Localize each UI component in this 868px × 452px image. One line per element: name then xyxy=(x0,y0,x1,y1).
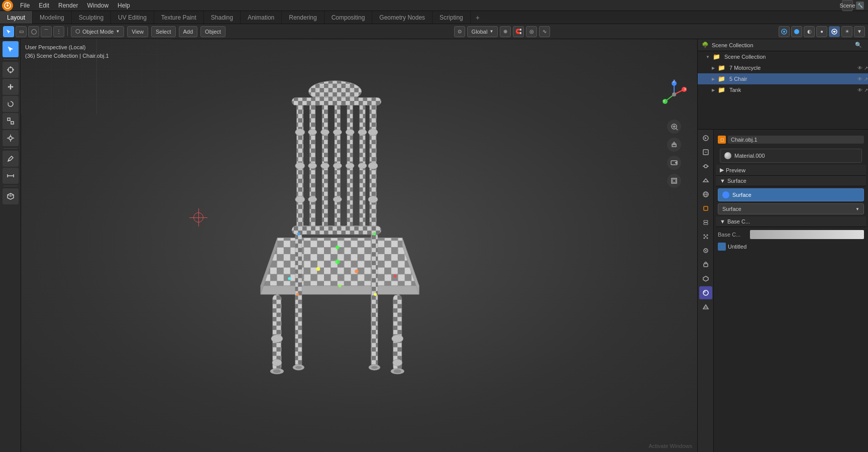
tank-label: Tank xyxy=(729,87,741,93)
tank-arrow: ▶ xyxy=(712,88,715,92)
tank-icon: 📁 xyxy=(718,86,725,93)
viewport-shading-4[interactable]: ☀ xyxy=(841,26,852,37)
prop-modifier-icon[interactable] xyxy=(699,216,712,229)
prop-world-icon[interactable] xyxy=(699,188,712,201)
tab-compositing[interactable]: Compositing xyxy=(324,11,373,24)
prop-render-icon[interactable] xyxy=(699,132,712,145)
prop-particles-icon[interactable] xyxy=(699,230,712,243)
tool-cursor[interactable] xyxy=(3,62,19,78)
tab-shading[interactable]: Shading xyxy=(204,11,241,24)
svg-rect-84 xyxy=(295,233,302,368)
prop-data-icon[interactable] xyxy=(699,272,712,285)
prop-physics-icon[interactable] xyxy=(699,244,712,257)
tool-annotate[interactable] xyxy=(3,151,19,167)
object-btn[interactable]: Object xyxy=(200,26,226,37)
surface-section-header[interactable]: ▼ Surface xyxy=(716,176,866,186)
base-color-section-header[interactable]: ▼ Base C... xyxy=(716,216,866,227)
snap-icon[interactable]: ⊙ xyxy=(454,26,465,37)
prop-material-icon[interactable] xyxy=(699,286,712,299)
prop-edit-icon[interactable]: ◎ xyxy=(526,26,537,37)
menu-window[interactable]: Window xyxy=(83,1,113,10)
tool-transform[interactable] xyxy=(3,130,19,146)
shading-icon[interactable] xyxy=(791,26,802,37)
menu-render[interactable]: Render xyxy=(54,1,82,10)
select-btn[interactable]: Select xyxy=(151,26,176,37)
render-icon[interactable]: 🔧 xyxy=(856,2,864,10)
image-texture-icon[interactable] xyxy=(718,243,726,251)
base-color-picker[interactable] xyxy=(750,230,864,239)
blender-logo[interactable] xyxy=(2,0,13,11)
tab-layout[interactable]: Layout xyxy=(0,11,33,24)
zoom-in-btn[interactable] xyxy=(667,120,681,134)
outliner-item-tank[interactable]: ▶ 📁 Tank 👁 ↗ xyxy=(698,84,868,95)
toolbar-circle-icon[interactable]: ◯ xyxy=(28,26,39,37)
motorcycle-icon: 📁 xyxy=(718,64,725,71)
tool-move[interactable] xyxy=(3,79,19,95)
preview-section-header[interactable]: ▶ Preview xyxy=(716,165,866,176)
svg-rect-13 xyxy=(11,122,14,124)
axis-gizmo[interactable]: Z X Y xyxy=(659,79,689,109)
tool-scale[interactable] xyxy=(3,113,19,129)
tab-modeling[interactable]: Modeling xyxy=(33,11,72,24)
orthographic-view-btn[interactable] xyxy=(667,174,681,188)
viewport-settings[interactable]: ▼ xyxy=(854,26,865,37)
tab-rendering[interactable]: Rendering xyxy=(282,11,324,24)
surface-label: Surface xyxy=(727,178,746,184)
add-workspace-btn[interactable]: + xyxy=(471,11,485,24)
menu-edit[interactable]: Edit xyxy=(35,1,53,10)
viewport-shading-2[interactable]: ● xyxy=(816,26,827,37)
toolbar-box-icon[interactable]: ▭ xyxy=(16,26,27,37)
svg-point-106 xyxy=(672,92,676,96)
object-name-display[interactable]: Chair.obj.1 xyxy=(728,136,864,144)
mode-label: Object Mode xyxy=(82,29,114,35)
add-btn[interactable]: Add xyxy=(179,26,198,37)
tool-select[interactable] xyxy=(3,41,19,57)
toolbar-more-icon[interactable]: ⋮ xyxy=(53,26,64,37)
viewport[interactable]: User Perspective (Local) (36) Scene Coll… xyxy=(21,39,697,452)
proportional-icon2[interactable]: ∿ xyxy=(539,26,550,37)
outliner-item-chair[interactable]: ▶ 📁 5 Chair 👁 ↗ xyxy=(698,73,868,84)
tab-animation[interactable]: Animation xyxy=(241,11,282,24)
prop-scene-icon[interactable] xyxy=(699,174,712,187)
chair-icon: 📁 xyxy=(718,75,725,82)
tool-add-cube[interactable] xyxy=(3,188,19,204)
view-btn[interactable]: View xyxy=(127,26,148,37)
tab-texture-paint[interactable]: Texture Paint xyxy=(154,11,204,24)
tool-rotate[interactable] xyxy=(3,96,19,112)
toolbar-select-icon[interactable] xyxy=(3,26,14,37)
menu-file[interactable]: File xyxy=(16,1,34,10)
material-slot-item[interactable]: Material.000 xyxy=(720,149,862,163)
prop-object-data-icon[interactable] xyxy=(699,300,712,313)
prop-output-icon[interactable] xyxy=(699,146,712,159)
prop-object-icon[interactable] xyxy=(699,202,712,215)
camera-view-btn[interactable] xyxy=(667,156,681,170)
surface-type-dropdown[interactable]: Surface ▼ xyxy=(718,203,864,214)
viewport-overlay-icon[interactable] xyxy=(779,26,790,37)
tool-measure[interactable] xyxy=(3,168,19,184)
toolbar-lasso-icon[interactable]: ⌒ xyxy=(41,26,52,37)
prop-constraints-icon[interactable] xyxy=(699,258,712,271)
outliner-filter-btn[interactable]: 🔍 xyxy=(853,40,864,51)
svg-point-1 xyxy=(7,5,9,7)
pivot-icon[interactable]: ⊕ xyxy=(500,26,511,37)
prop-view-icon[interactable] xyxy=(699,160,712,173)
tab-scripting[interactable]: Scripting xyxy=(432,11,471,24)
surface-arrow: ▼ xyxy=(720,178,725,184)
transform-dropdown[interactable]: Global ▼ xyxy=(467,26,498,37)
viewport-shading-3[interactable] xyxy=(829,26,840,37)
outliner-item-motorcycle[interactable]: ▶ 📁 7 Motorcycle 👁 ↗ xyxy=(698,62,868,73)
tab-sculpting[interactable]: Sculpting xyxy=(72,11,111,24)
scene-selector[interactable]: Scene xyxy=(842,0,853,11)
svg-point-50 xyxy=(295,196,305,202)
surface-shader-btn[interactable]: Surface xyxy=(718,188,864,201)
mode-icon: ⬡ xyxy=(75,28,80,35)
menu-help[interactable]: Help xyxy=(114,1,134,10)
hand-pan-btn[interactable] xyxy=(667,138,681,152)
viewport-shading-1[interactable]: ◐ xyxy=(804,26,815,37)
snap-toggle[interactable]: 🧲 xyxy=(513,26,524,37)
workspace-tabs: Layout Modeling Sculpting UV Editing Tex… xyxy=(0,11,868,24)
outliner-scene-collection[interactable]: ▼ 📁 Scene Collection xyxy=(698,51,868,62)
tab-uv-editing[interactable]: UV Editing xyxy=(111,11,154,24)
object-mode-dropdown[interactable]: ⬡ Object Mode ▼ xyxy=(71,26,124,37)
tab-geometry-nodes[interactable]: Geometry Nodes xyxy=(372,11,432,24)
